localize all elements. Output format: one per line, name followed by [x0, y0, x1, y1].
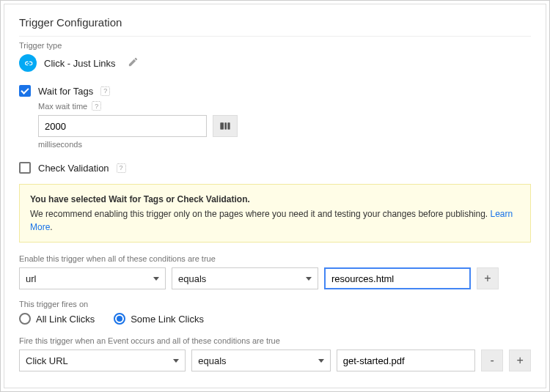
- notice-heading: You have selected Wait for Tags or Check…: [30, 193, 520, 206]
- select-value: url: [26, 273, 36, 284]
- select-value: equals: [178, 273, 206, 284]
- select-value: Click URL: [26, 355, 68, 366]
- help-icon[interactable]: ?: [92, 101, 101, 111]
- radio-label: All Link Clicks: [36, 314, 95, 325]
- enable-conditions-heading: Enable this trigger when all of these co…: [19, 254, 531, 263]
- trigger-type-label: Trigger type: [19, 41, 531, 50]
- fire-variable-select[interactable]: Click URL: [19, 350, 186, 371]
- variable-picker-button[interactable]: [213, 115, 238, 137]
- fire-operator-select[interactable]: equals: [191, 350, 330, 371]
- add-condition-button[interactable]: +: [509, 350, 531, 371]
- chevron-down-icon: [173, 359, 179, 363]
- edit-icon[interactable]: [128, 56, 139, 70]
- fire-conditions-heading: Fire this trigger when an Event occurs a…: [19, 336, 531, 345]
- fires-on-label: This trigger fires on: [19, 300, 531, 308]
- notice-banner: You have selected Wait for Tags or Check…: [19, 184, 531, 243]
- radio-icon: [19, 313, 31, 325]
- svg-rect-1: [224, 122, 227, 129]
- select-value: equals: [198, 355, 226, 366]
- enable-variable-select[interactable]: url: [19, 267, 166, 289]
- fire-value-input[interactable]: [337, 350, 475, 371]
- help-icon[interactable]: ?: [100, 86, 110, 96]
- enable-operator-select[interactable]: equals: [172, 267, 318, 289]
- page-title: Trigger Configuration: [19, 16, 531, 37]
- units-label: milliseconds: [38, 140, 531, 149]
- trigger-type-value: Click - Just Links: [44, 58, 116, 69]
- wait-for-tags-checkbox[interactable]: [19, 85, 31, 97]
- remove-condition-button[interactable]: -: [481, 350, 503, 371]
- chevron-down-icon: [318, 359, 324, 363]
- help-icon[interactable]: ?: [117, 163, 126, 173]
- radio-some-link-clicks[interactable]: Some Link Clicks: [114, 313, 204, 325]
- link-icon: [19, 54, 37, 72]
- wait-for-tags-label: Wait for Tags: [38, 86, 93, 97]
- max-wait-input[interactable]: [38, 115, 207, 137]
- radio-all-link-clicks[interactable]: All Link Clicks: [19, 313, 95, 325]
- chevron-down-icon: [153, 277, 159, 281]
- notice-body: We recommend enabling this trigger only …: [30, 209, 491, 219]
- add-condition-button[interactable]: +: [477, 267, 499, 289]
- enable-value-input[interactable]: [324, 267, 471, 289]
- check-validation-label: Check Validation: [38, 163, 109, 174]
- max-wait-label: Max wait time: [38, 102, 87, 111]
- svg-rect-2: [227, 122, 230, 129]
- check-validation-checkbox[interactable]: [19, 162, 31, 174]
- svg-rect-0: [220, 122, 224, 129]
- chevron-down-icon: [306, 277, 312, 281]
- radio-icon: [114, 313, 125, 325]
- radio-label: Some Link Clicks: [131, 314, 204, 325]
